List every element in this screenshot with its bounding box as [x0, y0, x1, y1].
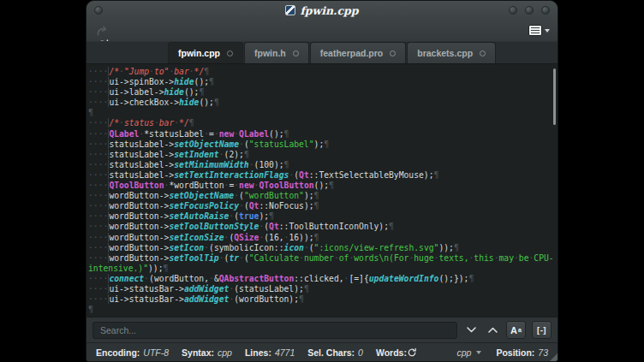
chevron-down-icon	[545, 29, 550, 33]
chevron-down-icon	[467, 327, 476, 333]
match-case-button[interactable]: Aa	[506, 321, 526, 339]
refresh-icon	[407, 347, 417, 358]
search-bar: Aa [-]	[86, 317, 558, 342]
scrollbar-thumb[interactable]	[553, 68, 556, 125]
menu-icon	[528, 25, 542, 36]
whole-word-icon: [-]	[537, 325, 546, 335]
tab-brackets.cpp[interactable]: brackets.cpp	[407, 42, 496, 63]
tab-label: fpwin.h	[254, 48, 286, 58]
tab-fpwin.h[interactable]: fpwin.h	[244, 42, 309, 63]
window-title-area: fpwin.cpp	[86, 4, 558, 17]
featherpad-logo-icon	[285, 5, 295, 15]
language-value: cpp	[456, 347, 471, 358]
tab-bar: fpwin.cppfpwin.hfeatherpad.probrackets.c…	[86, 41, 558, 63]
tab-fpwin.cpp[interactable]: fpwin.cpp	[168, 42, 243, 63]
toolbar	[86, 20, 558, 41]
search-prev-button[interactable]	[485, 323, 500, 338]
tab-close-icon[interactable]	[390, 50, 396, 56]
chevron-up-icon	[488, 327, 498, 333]
match-case-icon: A	[510, 325, 517, 335]
maximize-button[interactable]	[525, 6, 534, 15]
selected-chars-status: Sel. Chars: 0	[307, 347, 363, 358]
window-menu-button[interactable]	[94, 6, 103, 15]
word-count-refresh-button[interactable]	[407, 347, 417, 358]
whole-word-button[interactable]: [-]	[532, 321, 552, 339]
syntax-status: Syntax: cpp	[182, 347, 232, 358]
resize-grip[interactable]	[550, 353, 558, 361]
tab-close-icon[interactable]	[293, 50, 299, 56]
window-controls	[509, 6, 550, 15]
redo-button	[94, 23, 110, 39]
minimize-button[interactable]	[509, 6, 517, 15]
tab-label: fpwin.cpp	[178, 48, 220, 58]
encoding-status: Encoding: UTF-8	[96, 347, 169, 358]
chevron-down-icon	[476, 351, 481, 354]
close-button[interactable]	[541, 6, 550, 15]
code-editor[interactable]: ····/*·"Jump·to"·bar·*/¶····ui->spinBox-…	[86, 63, 558, 317]
status-bar: Encoding: UTF-8 Syntax: cpp Lines: 4771 …	[86, 342, 558, 361]
window-title: fpwin.cpp	[300, 4, 358, 17]
tab-featherpad.pro[interactable]: featherpad.pro	[310, 42, 407, 63]
main-menu-button[interactable]	[528, 25, 550, 36]
search-next-button[interactable]	[463, 323, 479, 338]
tab-close-icon[interactable]	[227, 50, 233, 56]
lines-status: Lines: 4771	[245, 347, 295, 358]
position-status: Position: 73	[496, 347, 548, 358]
language-combo[interactable]: cpp	[456, 347, 481, 358]
featherpad-window: fpwin.cpp fpwin.cppfpwin.hfeatherpad.pro…	[86, 0, 558, 362]
redo-icon	[95, 23, 110, 38]
tab-label: brackets.cpp	[417, 48, 473, 58]
words-status: Words:	[376, 347, 417, 358]
tab-close-icon[interactable]	[480, 50, 486, 56]
titlebar: fpwin.cpp	[86, 1, 558, 20]
tab-label: featherpad.pro	[320, 48, 384, 58]
search-input[interactable]	[92, 322, 457, 339]
code-lines: ····/*·"Jump·to"·bar·*/¶····ui->spinBox-…	[88, 67, 558, 315]
statusbar-right: cpp Position: 73	[456, 347, 548, 358]
